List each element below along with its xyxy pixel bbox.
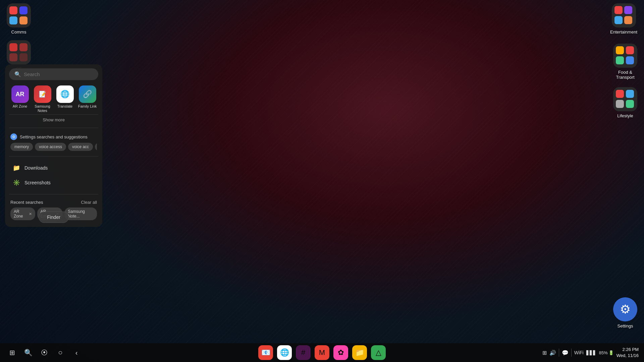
chip-voice-acc[interactable]: voice acc	[68, 143, 93, 151]
gmail-icon[interactable]: 📧	[258, 345, 273, 360]
downloads-label: Downloads	[24, 165, 48, 171]
battery-percent: 85%	[599, 350, 608, 355]
recent-header: Recent searches Clear all	[10, 200, 97, 205]
taskbar-center: 📧 🌐 # M ✿ 📁 △	[258, 345, 386, 360]
taskbar-right: ⊞ 🔊 💬 WiFi ▋▋▋ 85% 🔋 2:26 PM Wed, 11/16	[542, 347, 639, 359]
lifestyle-folder[interactable]: Lifestyle	[613, 87, 637, 118]
app-grid: AR AR Zone 📝 Samsung Notes 🌐 Translate 🔗…	[9, 85, 98, 113]
divider-1	[559, 349, 559, 357]
signal-icon: ▋▋▋	[586, 350, 596, 355]
chat-icon[interactable]: 💬	[562, 350, 569, 356]
screen-icon[interactable]: ⊞	[542, 350, 547, 356]
taskbar-bars-icon[interactable]: ⦿	[38, 346, 51, 359]
settings-gear-icon: ⚙	[620, 302, 631, 316]
finder-button[interactable]: Finder	[39, 212, 69, 223]
recent-chip-samsung-note[interactable]: Samsung Note...	[64, 207, 97, 220]
app-item-ar-zone[interactable]: AR AR Zone	[10, 85, 30, 113]
divider-2	[571, 349, 572, 357]
samsung-notes-icon: 📝	[34, 85, 51, 103]
search-input-wrap[interactable]: 🔍	[9, 68, 98, 80]
taskbar-circle-icon[interactable]: ○	[54, 346, 67, 359]
current-date: Wed, 11/16	[616, 353, 639, 359]
samsung-notes-label: Samsung Notes	[33, 104, 52, 113]
comms-folder[interactable]: Comms	[7, 3, 31, 35]
family-link-label: Family Link	[78, 104, 97, 109]
recent-chip-ar-zone-label: AR Zone	[14, 209, 27, 219]
ar-zone-label: AR Zone	[13, 104, 27, 109]
show-more-button[interactable]: Show more	[9, 114, 98, 125]
divider-1	[9, 128, 98, 128]
chip-more[interactable]: ma...	[95, 143, 97, 151]
screenshots-icon: ✳️	[12, 178, 21, 187]
volume-icon[interactable]: 🔊	[549, 350, 556, 356]
drive-icon[interactable]: △	[371, 345, 386, 360]
gmail2-icon[interactable]: M	[315, 345, 329, 360]
taskbar-search-icon[interactable]: 🔍	[21, 346, 35, 359]
grid-icon[interactable]: ⊞	[5, 346, 19, 359]
chrome-icon[interactable]: 🌐	[277, 345, 292, 360]
ar-zone-icon: AR	[11, 85, 29, 103]
screenshots-label: Screenshots	[24, 180, 51, 185]
entertainment-label: Entertainment	[610, 29, 637, 35]
recent-title: Recent searches	[10, 200, 43, 205]
suggestion-chips: memory voice access voice acc ma...	[10, 143, 97, 151]
slack-icon[interactable]: #	[296, 345, 311, 360]
settings-folder-icon[interactable]: ⚙ Settings	[613, 297, 637, 328]
time-display: 2:26 PM Wed, 11/16	[616, 347, 639, 359]
battery-indicator: 85% 🔋	[599, 350, 614, 355]
translate-label: Translate	[57, 104, 72, 109]
app-item-translate[interactable]: 🌐 Translate	[55, 85, 74, 113]
blossom-icon[interactable]: ✿	[333, 345, 348, 360]
app-item-family-link[interactable]: 🔗 Family Link	[78, 85, 97, 113]
food-transport-label: Food &Transport	[616, 70, 634, 80]
remove-ar-zone-button[interactable]: ✕	[29, 212, 32, 216]
chip-voice-access[interactable]: voice access	[35, 143, 66, 151]
settings-suggestion-icon: ⚙	[10, 133, 17, 140]
current-time: 2:26 PM	[616, 347, 639, 353]
search-icon: 🔍	[14, 71, 21, 77]
screenshots-item[interactable]: ✳️ Screenshots	[10, 175, 97, 190]
taskbar: ⊞ 🔍 ⦿ ○ ‹ 📧 🌐 # M ✿ 📁 △ ⊞ 🔊 💬 WiFi ▋▋▋ 8…	[0, 343, 644, 362]
settings-label: Settings	[618, 323, 633, 328]
comms-label: Comms	[11, 29, 26, 35]
divider-2	[9, 156, 98, 157]
taskbar-back-icon[interactable]: ‹	[70, 346, 83, 359]
downloads-icon: 📁	[12, 163, 21, 173]
recent-chip-samsung-note-label: Samsung Note...	[68, 209, 94, 219]
family-link-icon: 🔗	[79, 85, 96, 103]
food-transport-folder[interactable]: Food &Transport	[613, 44, 637, 80]
search-input[interactable]	[24, 71, 93, 77]
search-panel: 🔍 AR AR Zone 📝 Samsung Notes 🌐 Translate…	[5, 64, 102, 227]
entertainment-folder[interactable]: Entertainment	[610, 3, 637, 35]
files-section: 📁 Downloads ✳️ Screenshots	[9, 159, 98, 191]
chip-memory[interactable]: memory	[10, 143, 33, 151]
files-icon[interactable]: 📁	[352, 345, 367, 360]
lifestyle-label: Lifestyle	[617, 113, 633, 118]
downloads-item[interactable]: 📁 Downloads	[10, 161, 97, 175]
settings-suggestions-section: ⚙ Settings searches and suggestions memo…	[9, 131, 98, 154]
wifi-icon[interactable]: WiFi	[574, 350, 584, 355]
settings-section-header: ⚙ Settings searches and suggestions	[10, 133, 97, 140]
clear-all-button[interactable]: Clear all	[81, 200, 97, 205]
divider-3	[9, 194, 98, 194]
recent-chip-ar-zone[interactable]: AR Zone ✕	[10, 207, 35, 220]
battery-icon: 🔋	[608, 350, 614, 355]
settings-section-title: Settings searches and suggestions	[20, 134, 88, 139]
translate-icon: 🌐	[56, 85, 74, 103]
app-item-samsung-notes[interactable]: 📝 Samsung Notes	[33, 85, 52, 113]
